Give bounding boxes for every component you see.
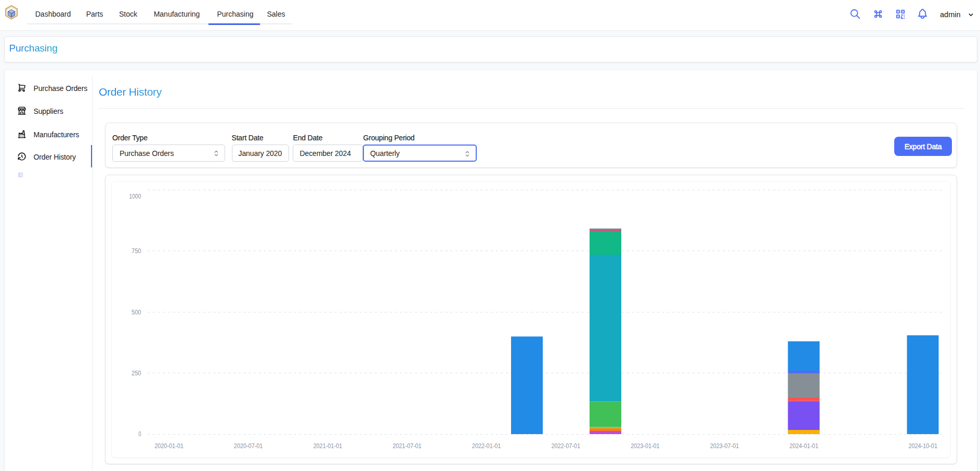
svg-text:2021-01-01: 2021-01-01 [313,442,343,450]
svg-text:2024-10-01: 2024-10-01 [908,442,937,450]
svg-text:2021-07-01: 2021-07-01 [393,442,422,450]
svg-text:1000: 1000 [129,193,141,200]
svg-text:2022-07-01: 2022-07-01 [551,442,580,450]
svg-text:500: 500 [132,309,141,316]
svg-text:2023-01-01: 2023-01-01 [631,442,660,450]
svg-text:2020-07-01: 2020-07-01 [234,442,263,450]
svg-text:2023-07-01: 2023-07-01 [710,442,739,450]
svg-text:2024-01-01: 2024-01-01 [789,442,818,450]
svg-text:750: 750 [132,247,141,255]
svg-text:2020-01-01: 2020-01-01 [154,442,184,450]
svg-text:0: 0 [138,430,141,438]
svg-text:2022-01-01: 2022-01-01 [472,442,501,450]
svg-text:250: 250 [132,370,141,377]
